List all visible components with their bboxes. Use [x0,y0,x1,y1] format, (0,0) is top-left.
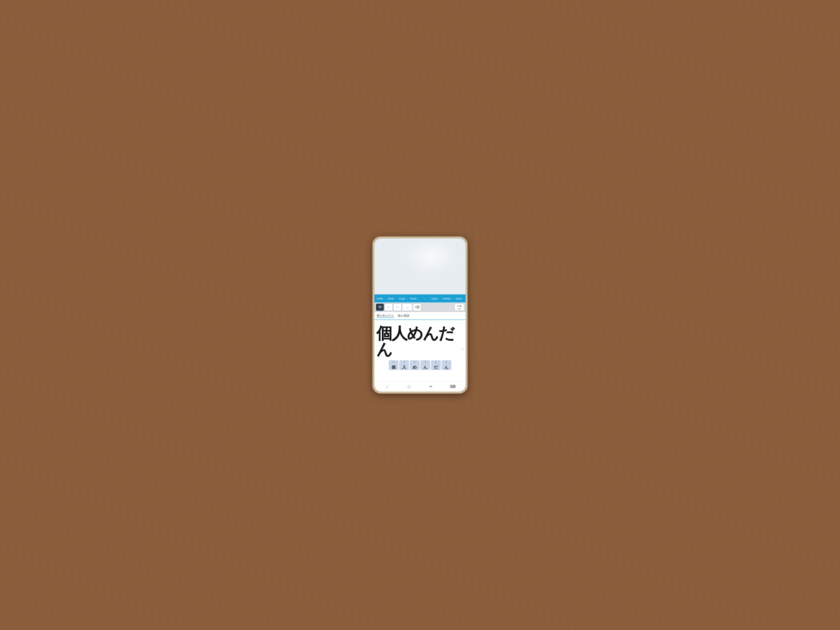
white-toolbar: ℳ ← → ⎵ ⌫ ↵A Enter [374,302,466,312]
enter-icon: ↵A [457,305,461,308]
undo-button[interactable]: Undo [374,294,385,302]
char-label: 個 [392,365,396,369]
char-tile-3[interactable]: ▲ ん [420,360,430,370]
char-label: ん [444,365,448,369]
right-arrow-icon: → [396,305,399,309]
char-tile-4[interactable]: ▲ だ [431,360,441,370]
up-arrow-icon: ▲ [414,361,415,363]
space-button[interactable]: ⎵ [402,303,412,311]
suggestion-bar: 個人めんだん 個人面談 [374,312,466,320]
enter-corner-button[interactable]: ↵ [427,383,435,390]
download-button[interactable]: ↓ [383,383,391,390]
download-icon: ↓ [386,384,388,389]
char-label: 入 [402,365,406,369]
copy-button[interactable]: Copy [397,294,407,302]
suggestion-2[interactable]: 個人面談 [398,314,409,318]
handwriting-area[interactable]: › 個人めんだん ▲ 個 ▲ 入 ▲ め [374,320,466,381]
left-arrow-icon: ← [387,305,390,309]
chevron-right-icon[interactable]: › [462,346,463,352]
enter-label: Enter [457,308,461,310]
square-icon: □ [408,384,410,389]
screen: Undo Redo Copy Paste 「」 Open History Sav… [374,238,466,392]
bottom-action-bar: ↓ □ ↵ ⌨ [374,381,466,392]
char-tile-0[interactable]: ▲ 個 [389,360,398,370]
open-button[interactable]: Open [429,294,441,302]
history-button[interactable]: History [441,294,453,302]
redo-button[interactable]: Redo [385,294,397,302]
logo-icon: ℳ [379,305,382,309]
backspace-icon: ⌫ [415,305,420,309]
up-arrow-icon: ▲ [435,361,437,363]
up-arrow-icon: ▲ [393,361,395,363]
blue-toolbar: Undo Redo Copy Paste 「」 Open History Sav… [374,294,466,302]
keyboard-icon: ⌨ [450,384,456,389]
screen-glare [404,238,458,275]
up-arrow-icon: ▲ [445,361,447,363]
app-logo-button[interactable]: ℳ [376,303,384,311]
char-tile-5[interactable]: ▲ ん [442,360,451,370]
backspace-button[interactable]: ⌫ [413,303,421,311]
char-tiles-row: ▲ 個 ▲ 入 ▲ め ▲ ん [389,360,451,370]
keyboard-button[interactable]: ⌨ [449,383,457,390]
suggestion-1[interactable]: 個人めんだん [377,314,394,318]
enter-button[interactable]: ↵A Enter [455,303,464,311]
paste-button[interactable]: Paste [407,294,419,302]
handwritten-text: 個人めんだん [376,325,464,357]
square-button[interactable]: □ [405,383,413,390]
char-tile-1[interactable]: ▲ 入 [399,360,409,370]
phone-inner: Undo Redo Copy Paste 「」 Open History Sav… [374,238,466,392]
up-arrow-icon: ▲ [425,361,426,363]
enter-corner-icon: ↵ [429,384,433,389]
right-arrow-button[interactable]: → [393,303,401,311]
save-button[interactable]: Save [453,294,464,302]
left-arrow-button[interactable]: ← [385,303,393,311]
char-tile-2[interactable]: ▲ め [410,360,420,370]
bracket-button[interactable]: 「」 [419,294,429,302]
char-label: め [413,365,417,369]
phone-device: Undo Redo Copy Paste 「」 Open History Sav… [373,237,467,393]
app-content-area [374,238,466,294]
char-label: ん [423,365,428,369]
up-arrow-icon: ▲ [403,361,405,363]
char-label: だ [434,365,438,369]
space-icon: ⎵ [406,305,408,309]
